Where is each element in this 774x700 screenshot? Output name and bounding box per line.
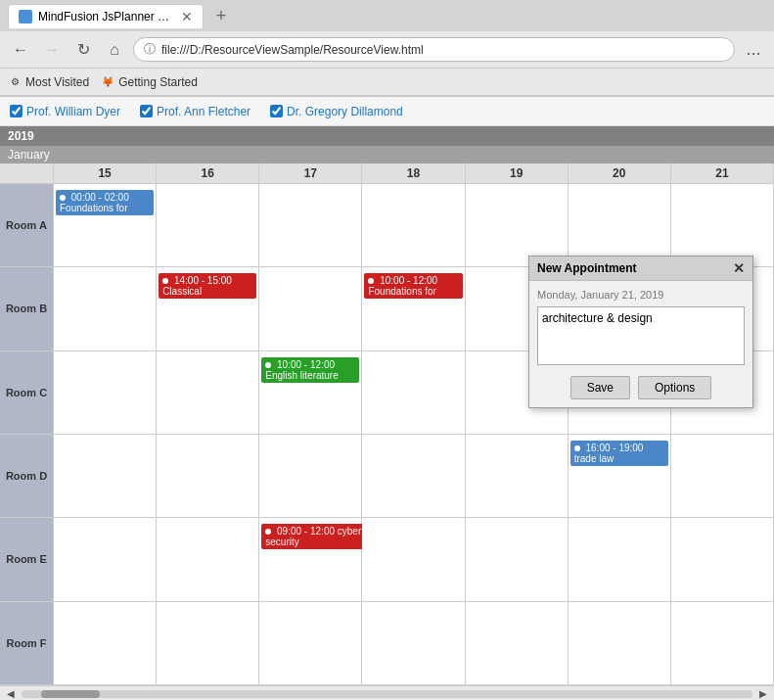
room-f-day-19[interactable] xyxy=(466,602,569,684)
room-d-day-21[interactable] xyxy=(671,435,774,517)
save-button[interactable]: Save xyxy=(570,376,630,399)
room-e-day-17[interactable]: 09:00 - 12:00 cyber security xyxy=(259,518,362,600)
room-f-day-17[interactable] xyxy=(259,602,362,684)
appt-dot xyxy=(574,445,580,451)
appt-foundations-10[interactable]: 10:00 - 12:00 Foundations for xyxy=(364,273,462,299)
appt-time: 00:00 - 02:00 xyxy=(71,192,129,203)
resource-label-spacer xyxy=(0,163,54,183)
room-b-day-15[interactable] xyxy=(54,267,157,350)
room-a-day-21[interactable] xyxy=(671,184,774,266)
tab-title: MindFusion JsPlanner Sample - Re... xyxy=(38,10,175,23)
filter-checkbox-ann-fletcher[interactable] xyxy=(140,105,153,117)
scroll-left-button[interactable]: ◀ xyxy=(4,687,18,701)
appt-title: English literature xyxy=(265,370,338,381)
room-label-d: Room D xyxy=(0,435,54,517)
room-f-day-16[interactable] xyxy=(157,602,259,684)
room-b-day-16[interactable]: 14:00 - 15:00 Classical xyxy=(157,267,259,350)
lock-icon: ⓘ xyxy=(144,41,156,58)
new-appointment-dialog: New Appointment ✕ Monday, January 21, 20… xyxy=(528,256,753,408)
room-c-day-16[interactable] xyxy=(157,351,259,434)
month-header: January xyxy=(0,146,774,163)
nav-bar: ← → ↻ ⌂ ⓘ file:///D:/ResourceViewSample/… xyxy=(0,31,774,69)
room-d-day-19[interactable] xyxy=(466,435,569,517)
room-row-d: Room D 16:00 - 19:00 trade law xyxy=(0,435,774,518)
room-d-day-16[interactable] xyxy=(157,435,259,517)
room-c-day-18[interactable] xyxy=(362,351,465,434)
filter-checkbox-gregory-dillamond[interactable] xyxy=(270,105,283,117)
appt-classical[interactable]: 14:00 - 15:00 Classical xyxy=(159,273,256,299)
year-header: 2019 xyxy=(0,126,774,146)
reload-button[interactable]: ↻ xyxy=(70,37,96,63)
room-a-day-20[interactable] xyxy=(569,184,671,266)
day-header-21: 21 xyxy=(671,163,774,183)
bookmark-getting-started[interactable]: 🦊 Getting Started xyxy=(101,75,198,89)
room-e-day-19[interactable] xyxy=(466,518,569,600)
appt-foundations-00[interactable]: 00:00 - 02:00 Foundations for xyxy=(56,190,154,215)
appt-time: 10:00 - 12:00 xyxy=(380,275,437,286)
scroll-track[interactable] xyxy=(22,690,752,698)
dialog-buttons: Save Options xyxy=(537,376,745,399)
room-c-day-15[interactable] xyxy=(54,351,157,434)
room-f-day-21[interactable] xyxy=(671,602,774,684)
scroll-right-button[interactable]: ▶ xyxy=(756,687,770,701)
room-e-day-20[interactable] xyxy=(569,518,671,600)
room-f-day-18[interactable] xyxy=(362,602,465,684)
room-a-day-16[interactable] xyxy=(157,184,259,266)
appointment-text-input[interactable]: architecture & design xyxy=(537,306,745,365)
room-a-day-18[interactable] xyxy=(362,184,465,266)
room-a-day-17[interactable] xyxy=(259,184,362,266)
filter-checkbox-william-dyer[interactable] xyxy=(10,105,23,117)
active-tab[interactable]: MindFusion JsPlanner Sample - Re... ✕ xyxy=(8,4,204,28)
new-tab-button[interactable]: + xyxy=(207,2,235,29)
appt-time: 10:00 - 12:00 xyxy=(277,359,335,370)
room-e-day-21[interactable] xyxy=(671,518,774,600)
room-label-a: Room A xyxy=(0,184,54,266)
room-e-day-18[interactable] xyxy=(362,518,465,600)
bookmark-most-visited-label: Most Visited xyxy=(25,75,89,89)
tab-close-button[interactable]: ✕ xyxy=(181,9,193,24)
scroll-thumb[interactable] xyxy=(41,690,100,698)
room-d-day-17[interactable] xyxy=(259,435,362,517)
room-e-day-16[interactable] xyxy=(157,518,259,600)
browser-menu-button[interactable]: ... xyxy=(741,37,766,63)
bookmark-most-visited[interactable]: ⚙ Most Visited xyxy=(8,75,89,89)
appt-title: Foundations for xyxy=(368,286,436,297)
url-text: file:///D:/ResourceViewSample/ResourceVi… xyxy=(161,43,724,57)
appt-english-literature[interactable]: 10:00 - 12:00 English literature xyxy=(261,357,359,383)
room-a-day-19[interactable] xyxy=(466,184,569,266)
room-f-day-15[interactable] xyxy=(54,602,157,684)
address-bar[interactable]: ⓘ file:///D:/ResourceViewSample/Resource… xyxy=(133,37,735,62)
dialog-title: New Appointment xyxy=(537,261,637,275)
appt-time: 16:00 - 19:00 xyxy=(585,443,643,453)
appt-time: 14:00 - 15:00 xyxy=(174,275,232,286)
appt-time-title: 09:00 - 12:00 cyber security xyxy=(265,526,361,547)
home-button[interactable]: ⌂ xyxy=(102,37,127,63)
room-a-day-15[interactable]: 00:00 - 02:00 Foundations for xyxy=(54,184,157,266)
back-button[interactable]: ← xyxy=(8,37,33,63)
appt-trade-law[interactable]: 16:00 - 19:00 trade law xyxy=(570,441,668,466)
dialog-titlebar: New Appointment ✕ xyxy=(529,257,752,281)
room-b-day-17[interactable] xyxy=(259,267,362,350)
room-d-day-18[interactable] xyxy=(362,435,465,517)
room-d-day-20[interactable]: 16:00 - 19:00 trade law xyxy=(569,435,671,517)
room-e-day-15[interactable] xyxy=(54,518,157,600)
forward-button[interactable]: → xyxy=(39,37,65,63)
gear-icon: ⚙ xyxy=(8,75,22,89)
appt-cyber-security[interactable]: 09:00 - 12:00 cyber security xyxy=(261,524,379,549)
browser-chrome: MindFusion JsPlanner Sample - Re... ✕ + … xyxy=(0,0,774,97)
room-label-c: Room C xyxy=(0,351,54,434)
options-button[interactable]: Options xyxy=(638,376,711,399)
scrollbar: ◀ ▶ xyxy=(0,685,774,700)
room-b-day-18[interactable]: 10:00 - 12:00 Foundations for xyxy=(362,267,465,350)
bookmark-getting-started-label: Getting Started xyxy=(118,75,198,89)
room-label-b: Room B xyxy=(0,267,54,350)
room-d-day-15[interactable] xyxy=(54,435,157,517)
filter-dr-gregory-dillamond[interactable]: Dr. Gregory Dillamond xyxy=(270,105,403,118)
room-c-day-17[interactable]: 10:00 - 12:00 English literature xyxy=(259,351,362,434)
filter-prof-william-dyer[interactable]: Prof. William Dyer xyxy=(10,105,120,118)
room-row-f: Room F xyxy=(0,602,774,685)
filter-prof-ann-fletcher[interactable]: Prof. Ann Fletcher xyxy=(140,105,250,118)
day-header-19: 19 xyxy=(466,163,569,183)
dialog-close-button[interactable]: ✕ xyxy=(733,260,745,276)
room-f-day-20[interactable] xyxy=(569,602,671,684)
